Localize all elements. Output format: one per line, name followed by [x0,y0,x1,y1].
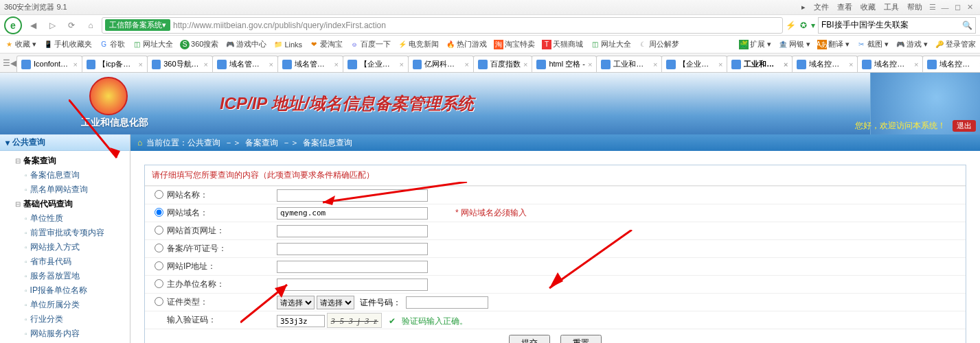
tree-item-0-0[interactable]: ▫ 备案信息查询 [25,168,130,182]
close-icon[interactable]: × [204,60,208,69]
maximize-button[interactable]: ◻ [951,3,964,12]
search-input[interactable] [821,21,962,30]
tab-8[interactable]: html 空格 -× [532,56,597,72]
input-license[interactable] [277,243,428,255]
bm-games[interactable]: 🎮游戏中心 [225,39,266,49]
tablist-menu-button[interactable]: ☰ [3,55,10,71]
bm-favorites[interactable]: ★收藏 ▾ [4,39,36,49]
reset-button[interactable]: 重置 [560,335,602,343]
tab-9[interactable]: 工业和信息× [596,56,662,72]
tree-item-1-7[interactable]: ▫ 行业分类 [25,312,130,327]
close-icon[interactable]: × [523,60,527,69]
url-input[interactable] [173,21,779,30]
close-icon[interactable]: × [139,60,143,69]
bm-links[interactable]: 📁Links [273,40,302,49]
tree-item-1-4[interactable]: ▫ 服务器放置地 [25,269,130,283]
bm-taobao[interactable]: ❤爱淘宝 [309,39,343,49]
tab-14[interactable]: 域名控制台× [922,56,980,72]
submit-button[interactable]: 提交 [509,335,550,343]
close-icon[interactable]: × [914,60,918,69]
bm-baidu[interactable]: ⌾百度一下 [350,39,391,49]
close-window-button[interactable]: ✕ [964,3,976,12]
bm-esports[interactable]: ⚡电竞新闻 [398,39,439,49]
radio-ip[interactable] [155,261,163,270]
file-menu[interactable]: 文件 [810,2,833,12]
bm-games2[interactable]: 🎮游戏 ▾ [896,39,928,49]
forward-button[interactable]: ▷ [44,17,60,34]
bm-google[interactable]: G谷歌 [99,39,125,49]
bm-taobao-sale[interactable]: 淘淘宝特卖 [494,39,535,49]
captcha-image[interactable]: 3 5 3 j 3 z [327,313,382,328]
bm-translate[interactable]: Aあ翻译 ▾ [817,39,850,49]
help-menu[interactable]: 帮助 [903,2,926,12]
tab-3[interactable]: 域名管理面× [212,56,278,72]
tree-group-1[interactable]: ⊟ 基础代码查询 [15,197,130,211]
crumb-p1[interactable]: 备案查询 [245,137,278,149]
exit-button[interactable]: 退出 [953,120,976,132]
close-icon[interactable]: × [400,60,404,69]
home-button[interactable]: ⌂ [82,17,99,34]
input-domain[interactable] [277,207,428,220]
radio-domain[interactable] [155,208,163,217]
input-site-name[interactable] [277,189,428,202]
tree-item-1-1[interactable]: ▫ 前置审批或专项内容 [25,226,130,240]
bm-hotgames[interactable]: 🔥热门游戏 [446,39,487,49]
input-homepage[interactable] [277,225,428,237]
close-icon[interactable]: × [465,60,469,69]
radio-org[interactable] [155,279,163,288]
bm-sites2[interactable]: ◫网址大全 [590,39,631,49]
radio-site-name[interactable] [155,190,163,199]
close-icon[interactable]: × [653,60,657,69]
tree-item-1-3[interactable]: ▫ 省市县代码 [25,255,130,269]
close-icon[interactable]: × [334,60,339,69]
tab-6[interactable]: 亿网科技-官× [408,56,474,72]
tree-item-0-1[interactable]: ▫ 黑名单网站查询 [25,182,130,197]
input-org[interactable] [277,279,428,291]
skin-button[interactable]: ☰ [926,3,939,12]
tree-item-1-0[interactable]: ▫ 单位性质 [25,211,130,226]
tab-scroll-left-button[interactable]: ◀ [10,55,16,71]
bm-bank[interactable]: 🏦网银 ▾ [778,39,810,49]
minimize-button[interactable]: — [939,3,951,12]
input-captcha[interactable] [277,315,325,327]
dropdown-icon[interactable]: ▾ [811,21,815,30]
tab-2[interactable]: 360导航_新× [147,56,213,72]
select-cert-type[interactable]: 请选择 [277,296,315,309]
tab-12[interactable]: 域名控制台× [792,56,858,72]
tree-item-1-2[interactable]: ▫ 网站接入方式 [25,240,130,255]
bm-login[interactable]: 🔑登录管家 [935,39,976,49]
close-icon[interactable]: × [718,60,722,69]
bm-360search[interactable]: S360搜索 [180,39,218,49]
radio-license[interactable] [155,244,163,252]
tree-item-1-8[interactable]: ▫ 网站服务内容 [25,327,130,341]
tab-0[interactable]: Iconfont-阿× [16,56,82,72]
favorites-menu[interactable]: 收藏 [856,2,880,12]
home-icon[interactable]: ⌂ [137,138,142,147]
bm-screenshot[interactable]: ✂截图 ▾ [856,39,889,49]
tree-group-0[interactable]: ⊟ 备案查询 [15,154,130,168]
tools-menu[interactable]: 工具 [880,2,903,12]
reload-button[interactable]: ⟳ [63,17,80,34]
bm-mobile[interactable]: 📱手机收藏夹 [43,39,92,49]
close-icon[interactable]: × [588,60,592,69]
shield-icon[interactable]: ✪ [800,21,807,30]
input-cert-no[interactable] [406,296,488,309]
bm-sites[interactable]: ◫网址大全 [132,39,173,49]
close-icon[interactable]: × [784,60,788,69]
bm-dream[interactable]: ☾周公解梦 [638,39,679,49]
radio-cert[interactable] [155,297,163,306]
browser-logo-icon[interactable]: e [4,16,22,34]
close-icon[interactable]: × [849,60,853,69]
sidebar-header[interactable]: ▾ 公共查询 [0,134,130,151]
tab-4[interactable]: 域名管理面× [277,56,343,72]
bm-tmall[interactable]: T天猫商城 [542,39,583,49]
tab-5[interactable]: 【企业梦网× [343,56,409,72]
tab-11[interactable]: 工业和信息× [727,56,793,72]
input-ip[interactable] [277,261,428,273]
back-button[interactable]: ◀ [25,17,41,34]
lightning-icon[interactable]: ⚡ [786,21,796,30]
tab-1[interactable]: 【icp备案】× [82,56,148,72]
select-cert-sub[interactable]: 请选择 [317,296,354,309]
tab-13[interactable]: 域名控制台× [857,56,923,72]
tree-item-1-5[interactable]: ▫ IP报备单位名称 [25,283,130,298]
